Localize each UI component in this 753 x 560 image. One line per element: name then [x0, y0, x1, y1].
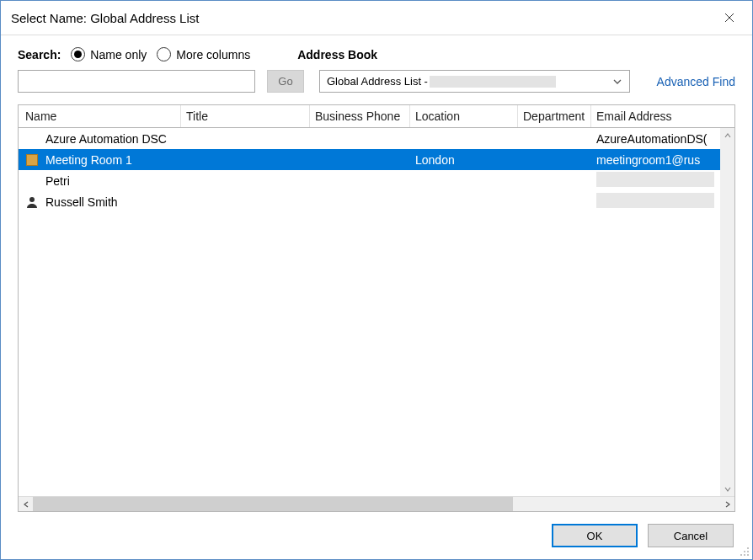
svg-point-6 — [747, 554, 749, 556]
table-header: Name Title Business Phone Location Depar… — [19, 105, 734, 128]
scroll-right-icon[interactable] — [720, 497, 734, 511]
ok-button[interactable]: OK — [552, 524, 638, 547]
radio-name-only-label: Name only — [90, 48, 147, 61]
room-icon — [19, 154, 40, 166]
cell-email — [591, 172, 734, 189]
svg-point-3 — [747, 551, 749, 552]
table-body: Azure Automation DSCAzureAutomationDS(Me… — [19, 128, 734, 497]
table-row[interactable]: Petri — [19, 170, 734, 191]
scroll-down-icon[interactable] — [720, 482, 734, 496]
cell-name: Azure Automation DSC — [40, 132, 181, 146]
radio-icon — [71, 47, 85, 61]
close-button[interactable] — [710, 4, 749, 31]
close-icon — [724, 13, 734, 23]
dialog-content: Search: Name only More columns Address B… — [1, 35, 752, 512]
radio-more-columns[interactable]: More columns — [157, 47, 250, 61]
cell-name: Petri — [40, 174, 181, 188]
svg-point-5 — [744, 554, 745, 556]
radio-more-columns-label: More columns — [176, 48, 250, 61]
scroll-left-icon[interactable] — [19, 497, 33, 511]
advanced-find-link[interactable]: Advanced Find — [657, 75, 735, 88]
table-row[interactable]: Azure Automation DSCAzureAutomationDS( — [19, 128, 734, 149]
results-table: Name Title Business Phone Location Depar… — [18, 104, 735, 512]
vertical-scrollbar[interactable] — [720, 128, 734, 496]
cell-name: Russell Smith — [40, 195, 181, 209]
cell-name: Meeting Room 1 — [40, 153, 181, 167]
window-title: Select Name: Global Address List — [11, 11, 710, 25]
cell-email: meetingroom1@rus — [591, 153, 734, 167]
go-button[interactable]: Go — [267, 70, 304, 93]
radio-name-only[interactable]: Name only — [71, 47, 147, 61]
resize-grip-icon[interactable] — [740, 547, 750, 557]
scroll-up-icon[interactable] — [720, 128, 734, 142]
scrollbar-thumb[interactable] — [33, 497, 513, 511]
cell-location: London — [410, 153, 518, 167]
horizontal-scrollbar[interactable] — [19, 497, 734, 511]
col-email[interactable]: Email Address — [591, 105, 734, 127]
dialog-footer: OK Cancel — [1, 512, 752, 559]
email-redacted — [596, 193, 714, 208]
col-phone[interactable]: Business Phone — [310, 105, 410, 127]
address-book-redacted — [430, 76, 556, 88]
search-row: Search: Name only More columns Address B… — [18, 47, 735, 61]
titlebar: Select Name: Global Address List — [1, 1, 752, 35]
address-book-label: Address Book — [297, 48, 377, 61]
input-row: Go Global Address List - Advanced Find — [18, 70, 735, 93]
table-row[interactable]: Russell Smith — [19, 191, 734, 212]
svg-point-2 — [744, 551, 745, 552]
scrollbar-track[interactable] — [33, 497, 720, 511]
col-name[interactable]: Name — [19, 105, 181, 127]
person-icon — [19, 195, 40, 209]
svg-point-1 — [747, 547, 749, 549]
address-book-selected: Global Address List - — [327, 75, 612, 88]
address-book-select[interactable]: Global Address List - — [319, 70, 630, 93]
table-row[interactable]: Meeting Room 1Londonmeetingroom1@rus — [19, 149, 734, 170]
address-book-selected-text: Global Address List - — [327, 75, 428, 88]
email-redacted — [596, 172, 714, 187]
cancel-button[interactable]: Cancel — [648, 524, 734, 547]
cell-email: AzureAutomationDS( — [591, 132, 734, 146]
svg-point-4 — [740, 554, 742, 556]
col-location[interactable]: Location — [410, 105, 518, 127]
dialog-window: Select Name: Global Address List Search:… — [0, 0, 753, 560]
search-label: Search: — [18, 48, 61, 61]
svg-point-0 — [29, 197, 35, 202]
chevron-down-icon — [612, 77, 622, 87]
cell-email — [591, 193, 734, 211]
radio-icon — [157, 47, 171, 61]
col-department[interactable]: Department — [518, 105, 591, 127]
search-input[interactable] — [18, 70, 255, 93]
col-title[interactable]: Title — [181, 105, 310, 127]
